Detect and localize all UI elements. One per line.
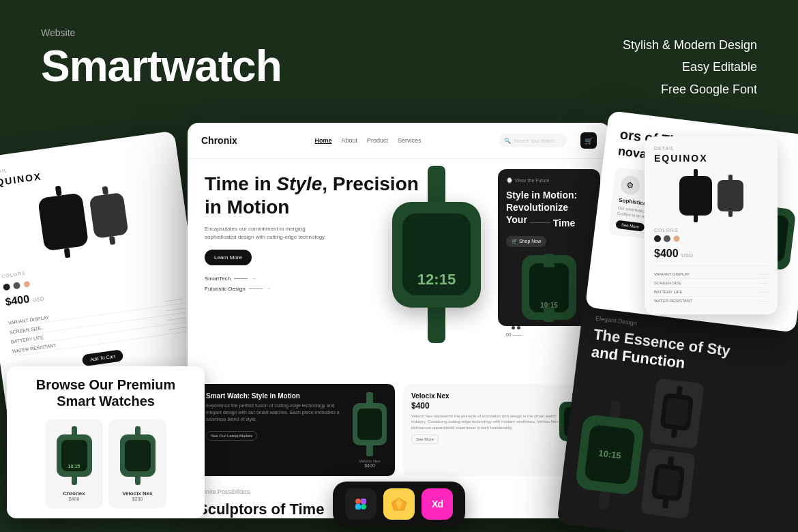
feature-dark-title: Smart Watch: Style in Motion bbox=[206, 392, 346, 400]
feature-light-price: $400 bbox=[411, 401, 559, 411]
product-price-2: $200 bbox=[115, 497, 160, 501]
black-watch-2 bbox=[640, 448, 696, 519]
nav-links: Home About Product Services bbox=[251, 137, 485, 144]
feature-dark-watch: Velocix Nex $400 bbox=[353, 392, 387, 468]
svg-rect-2 bbox=[355, 504, 361, 509]
browse-section: Browse Our PremiumSmart Watches 10:15 Ch… bbox=[7, 366, 205, 518]
tag-smarttech: SmartTech bbox=[205, 276, 231, 282]
left-header: Website Smartwatch bbox=[41, 27, 282, 90]
feature-light-info: Velocix Nex $400 Velocix Nex represents … bbox=[411, 392, 559, 444]
hero-section: Time in Style, Precisionin Motion Encaps… bbox=[188, 159, 610, 377]
feature-3: Free Google Font bbox=[661, 78, 757, 100]
hero-tags: SmartTech → Futuristic Design → bbox=[205, 276, 593, 292]
detail-colors bbox=[654, 235, 768, 242]
nav-search[interactable]: 🔍 Search Your Watch... bbox=[499, 134, 567, 147]
xd-text: Xd bbox=[432, 499, 443, 509]
black-watch-1 bbox=[649, 378, 705, 449]
craft-icon: ⚙ bbox=[620, 175, 641, 196]
tag-futuristic: Futuristic Design bbox=[205, 286, 246, 292]
right-bottom-card: Elegant Design The Essence of Styand Fun… bbox=[557, 299, 798, 532]
product-row: 10:15 Chronex $400 Velocix Nex bbox=[17, 419, 194, 508]
nav-brand: Chronix bbox=[201, 135, 237, 146]
app-icons-bar: Xd bbox=[333, 482, 465, 527]
detail-specs: VARIANT DISPLAY—— SCREEN SIZE—— BATTERY … bbox=[654, 265, 768, 305]
product-name-2: Velocix Nex bbox=[115, 490, 160, 497]
detail-price: $400 USD bbox=[654, 248, 768, 260]
tag-arrow-icon: → bbox=[251, 276, 256, 282]
dark-watches: 10:15 bbox=[573, 370, 798, 532]
category-label: Website bbox=[41, 27, 282, 38]
feature-dark-cta[interactable]: See Our Latest Models bbox=[206, 431, 257, 441]
product-price-1: $400 bbox=[52, 497, 96, 501]
xd-icon[interactable]: Xd bbox=[422, 488, 453, 520]
center-nav: Chronix Home About Product Services 🔍 Se… bbox=[188, 123, 610, 159]
product-card-2: Velocix Nex $200 bbox=[108, 419, 166, 508]
browse-title: Browse Our PremiumSmart Watches bbox=[17, 376, 194, 409]
hero-desc: Encapsulates our commitment to merging s… bbox=[205, 225, 327, 241]
detail-colors-label: COLORS bbox=[654, 228, 768, 233]
nav-product[interactable]: Product bbox=[367, 137, 388, 144]
nav-about[interactable]: About bbox=[341, 137, 357, 144]
feature-light-cta[interactable]: See More bbox=[411, 434, 439, 444]
dark-watch-main: 10:15 bbox=[573, 396, 647, 512]
detail-right-product: EQUINOX bbox=[654, 153, 768, 164]
search-icon: 🔍 bbox=[504, 138, 511, 144]
right-header: Stylish & Modern Design Easy Editable Fr… bbox=[623, 27, 757, 100]
feature-light-title: Velocix Nex bbox=[411, 392, 559, 400]
black-watches-col bbox=[640, 378, 705, 519]
product-card-1: 10:15 Chronex $400 bbox=[45, 419, 103, 508]
hero-title: Time in Style, Precisionin Motion bbox=[205, 173, 593, 218]
sketch-icon[interactable] bbox=[383, 488, 415, 520]
figma-icon[interactable] bbox=[345, 488, 376, 520]
svg-rect-1 bbox=[361, 499, 366, 504]
add-to-cart-btn[interactable]: Add To Cart bbox=[81, 349, 124, 366]
nav-home[interactable]: Home bbox=[314, 137, 331, 144]
search-placeholder: Search Your Watch... bbox=[514, 138, 559, 143]
craft-cta[interactable]: See More bbox=[615, 220, 645, 232]
product-name-1: Chronex bbox=[52, 490, 96, 497]
tag-arrow-icon-2: → bbox=[266, 286, 271, 292]
center-mockup: Chronix Home About Product Services 🔍 Se… bbox=[188, 123, 610, 518]
feature-2: Easy Editable bbox=[682, 56, 757, 78]
svg-rect-3 bbox=[361, 504, 366, 509]
feature-cards-row: Smart Watch: Style in Motion Experience … bbox=[188, 377, 610, 483]
header: Website Smartwatch Stylish & Modern Desi… bbox=[0, 0, 798, 121]
detail-right-label: DETAIL bbox=[654, 146, 768, 151]
cart-icon: 🛒 bbox=[585, 137, 593, 145]
feature-light-desc: Velocix Nex represents the pinnacle of i… bbox=[411, 413, 559, 430]
detail-right-watches bbox=[654, 169, 768, 222]
hero-cta-button[interactable]: Learn More bbox=[205, 250, 252, 265]
nav-services[interactable]: Services bbox=[398, 137, 422, 144]
nav-cart-button[interactable]: 🛒 bbox=[580, 132, 597, 149]
feature-dark-desc: Experience the perfect fusion of cutting… bbox=[206, 402, 346, 422]
detail-right-card: DETAIL EQUINOX COLORS $400 USD VARIA bbox=[645, 136, 778, 314]
hero-text: Time in Style, Precisionin Motion Encaps… bbox=[205, 173, 593, 370]
feature-1: Stylish & Modern Design bbox=[623, 34, 757, 56]
feature-dark-card: Smart Watch: Style in Motion Experience … bbox=[198, 384, 395, 476]
feature-product-price: $400 bbox=[364, 463, 375, 468]
main-title: Smartwatch bbox=[41, 42, 282, 90]
content-area: DETAIL EQUINOX COLORS $40 bbox=[0, 130, 798, 532]
svg-rect-0 bbox=[355, 499, 361, 504]
